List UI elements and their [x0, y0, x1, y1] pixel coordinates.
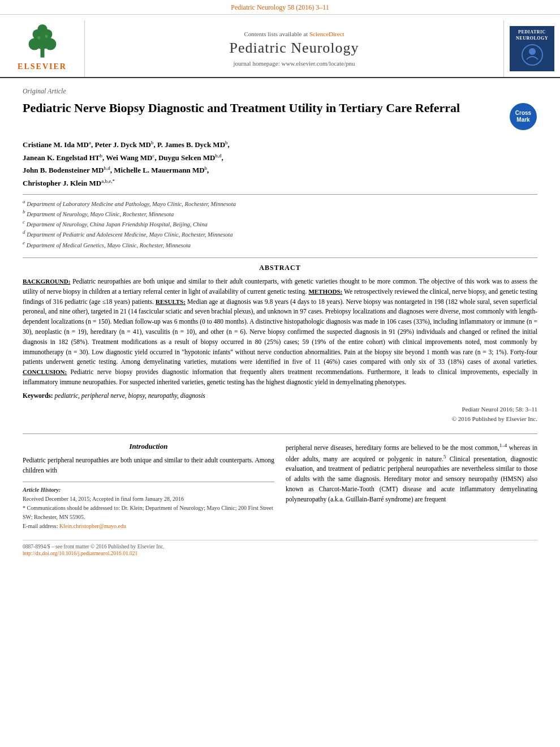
- two-column-section: Introduction Pediatric peripheral neurop…: [23, 433, 537, 531]
- elsevier-logo: ELSEVIER: [18, 20, 67, 71]
- affiliations-block: a Department of Laboratory Medicine and …: [23, 194, 537, 250]
- right-text-3: Clinical presentation, diagnostic evalua…: [286, 456, 537, 503]
- abstract-text: BACKGROUND: Pediatric neuropathies are b…: [23, 277, 537, 388]
- journal-title-header: Pediatric Neurology: [229, 40, 359, 57]
- right-text-1: peripheral nerve diseases, hereditary fo…: [286, 444, 499, 451]
- intro-heading: Introduction: [23, 442, 274, 451]
- affiliation-d: d Department of Pediatric and Adolescent…: [23, 229, 537, 239]
- ah-title: Article History:: [23, 486, 274, 495]
- article-title: Pediatric Nerve Biopsy Diagnostic and Tr…: [23, 100, 498, 117]
- abstract-section: ABSTRACT BACKGROUND: Pediatric neuropath…: [23, 257, 537, 424]
- elsevier-tree-icon: [23, 20, 62, 60]
- aff-letter-c: c: [23, 219, 25, 225]
- background-label: BACKGROUND:: [23, 278, 70, 285]
- conclusion-text: Pediatric nerve biopsy provides diagnost…: [23, 368, 537, 385]
- aff-letter-a: a: [23, 199, 25, 204]
- author-2: Peter J. Dyck MDb,: [95, 140, 156, 149]
- svg-point-8: [45, 35, 48, 37]
- ah-received: Received December 14, 2015; Accepted in …: [23, 495, 274, 504]
- svg-point-10: [529, 48, 536, 55]
- journal-citation: Pediatric Neurology 58 (2016) 3–11: [231, 3, 329, 11]
- svg-text:Cross: Cross: [515, 110, 532, 116]
- affiliation-e: e Department of Medical Genetics, Mayo C…: [23, 239, 537, 250]
- elsevier-logo-area: ELSEVIER: [0, 20, 85, 77]
- author-5: Wei Wang MDc,: [106, 153, 156, 162]
- sciencedirect-link[interactable]: ScienceDirect: [309, 31, 344, 37]
- pn-logo-line1: PEDIATRIC: [518, 29, 546, 35]
- svg-point-2: [28, 38, 40, 50]
- pn-logo-box: PEDIATRIC NEUROLOGY: [510, 26, 554, 71]
- ah-email-label: E-mail address:: [23, 523, 58, 529]
- ah-email-value: Klein.christopher@mayo.edu: [59, 523, 126, 529]
- svg-point-3: [44, 38, 56, 50]
- affiliation-b: b Department of Neurology, Mayo Clinic, …: [23, 208, 537, 218]
- pn-logo-area: PEDIATRIC NEUROLOGY: [503, 20, 560, 77]
- authors-block: Cristiane M. Ida MDa, Peter J. Dyck MDb,…: [23, 139, 537, 190]
- citation-2: © 2016 Published by Elsevier Inc.: [23, 414, 537, 424]
- contents-line: Contents lists available at ScienceDirec…: [244, 31, 344, 37]
- affiliation-c: c Department of Neurology, China Japan F…: [23, 218, 537, 229]
- pn-logo-icon: [521, 44, 544, 68]
- author-4: Janean K. Engelstad HTb,: [23, 153, 104, 162]
- aff-letter-e: e: [23, 240, 25, 246]
- results-text: Median age at diagnosis was 9.8 years (4…: [23, 298, 537, 366]
- abstract-heading: ABSTRACT: [23, 264, 537, 272]
- article-history-box: Article History: Received December 14, 2…: [23, 482, 274, 531]
- journal-header: ELSEVIER Contents lists available at Sci…: [0, 15, 560, 78]
- main-content: Original Article Pediatric Nerve Biopsy …: [0, 78, 560, 568]
- citation-block: Pediatr Neurol 2016; 58: 3–11 © 2016 Pub…: [23, 405, 537, 424]
- author-1: Cristiane M. Ida MDa,: [23, 140, 93, 149]
- conclusion-label: CONCLUSION:: [23, 368, 67, 375]
- author-3: P. James B. Dyck MDb,: [157, 140, 230, 149]
- author-8: Michelle L. Mauermann MDb,: [114, 166, 209, 174]
- author-9: Christopher J. Klein MDa,b,e,*: [23, 179, 115, 187]
- footer-doi[interactable]: http://dx.doi.org/10.1016/j.pediatrneuro…: [23, 551, 537, 556]
- svg-point-6: [37, 24, 48, 35]
- citation-1: Pediatr Neurol 2016; 58: 3–11: [23, 405, 537, 415]
- right-col-text: peripheral nerve diseases, hereditary fo…: [286, 442, 537, 505]
- methods-label: METHODS:: [308, 288, 342, 295]
- keywords-values: pediatric, peripheral nerve, biopsy, neu…: [55, 392, 205, 399]
- crossmark-badge[interactable]: Cross Mark: [509, 102, 537, 131]
- journal-info-center: Contents lists available at ScienceDirec…: [85, 20, 503, 77]
- author-7: John B. Bodensteiner MDb,d,: [23, 166, 112, 174]
- ah-email: E-mail address: Klein.christopher@mayo.e…: [23, 522, 274, 531]
- aff-letter-d: d: [23, 229, 25, 235]
- elsevier-text: ELSEVIER: [18, 62, 67, 71]
- keywords-line: Keywords: pediatric, peripheral nerve, b…: [23, 392, 537, 399]
- footer-issn: 0887-8994/$ – see front matter © 2016 Pu…: [23, 544, 537, 549]
- footer-bar: 0887-8994/$ – see front matter © 2016 Pu…: [23, 540, 537, 556]
- intro-paragraph: Pediatric peripheral neuropathies are bo…: [23, 456, 274, 476]
- svg-point-7: [37, 36, 40, 39]
- right-column: peripheral nerve diseases, hereditary fo…: [286, 442, 537, 531]
- pn-logo-line2: NEUROLOGY: [516, 35, 548, 41]
- affiliation-a: a Department of Laboratory Medicine and …: [23, 198, 537, 208]
- left-column: Introduction Pediatric peripheral neurop…: [23, 442, 274, 531]
- article-type: Original Article: [23, 87, 537, 96]
- article-title-area: Pediatric Nerve Biopsy Diagnostic and Tr…: [23, 100, 537, 131]
- keywords-label: Keywords:: [23, 392, 53, 399]
- ah-correspondence-text: * Communications should be addressed to:…: [23, 505, 273, 520]
- results-label: RESULTS:: [156, 298, 186, 305]
- aff-letter-b: b: [23, 209, 25, 214]
- author-6: Duygu Selcen MDb,d,: [158, 153, 223, 162]
- journal-homepage: journal homepage: www.elsevier.com/locat…: [234, 60, 355, 67]
- journal-top-bar: Pediatric Neurology 58 (2016) 3–11: [0, 0, 560, 15]
- ref-1: 1–4: [499, 443, 507, 448]
- intro-text-content: Pediatric peripheral neuropathies are bo…: [23, 457, 274, 474]
- ah-correspondence: * Communications should be addressed to:…: [23, 504, 274, 522]
- svg-text:Mark: Mark: [516, 117, 530, 123]
